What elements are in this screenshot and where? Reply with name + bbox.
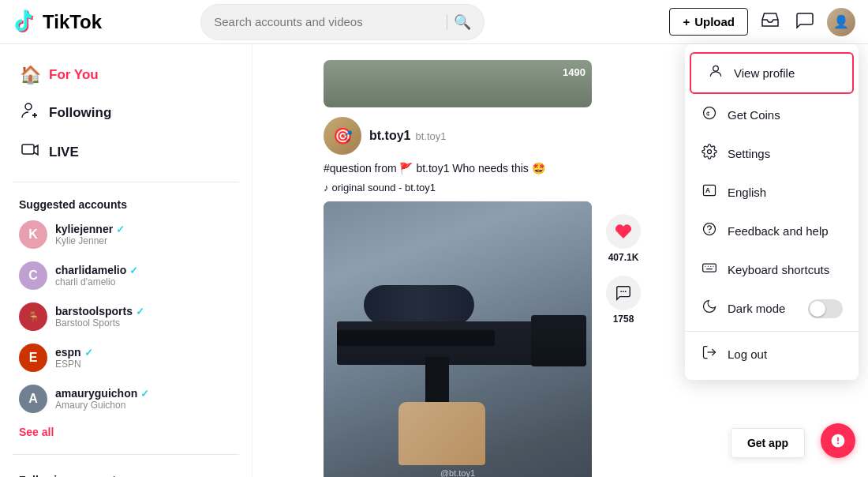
account-info-amauryguichon: amauryguichon ✓ Amaury Guichon — [55, 387, 149, 411]
moon-icon — [701, 299, 718, 318]
video-handle-watermark: @bt.toy1 — [440, 468, 475, 477]
video-player[interactable]: TikTok @bt.toy1 — [324, 201, 592, 477]
account-handle-amauryguichon: Amaury Guichon — [55, 400, 149, 411]
sidebar-label-for-you: For You — [49, 67, 99, 83]
author-info: bt.toy1 bt.toy1 — [369, 129, 446, 143]
dropdown-label-feedback: Feedback and help — [728, 224, 829, 238]
sidebar-item-following[interactable]: Following — [6, 93, 245, 133]
following-icon — [19, 101, 41, 125]
verified-badge: ✓ — [136, 306, 144, 317]
sidebar-label-live: LIVE — [49, 145, 79, 160]
svg-point-5 — [713, 66, 719, 71]
report-button[interactable] — [821, 423, 855, 458]
logo[interactable]: TikTok — [13, 9, 102, 35]
avatar-kyliejenner: K — [19, 220, 47, 249]
person-icon — [707, 63, 724, 83]
sound-label: original sound - bt.toy1 — [332, 182, 436, 193]
svg-point-8 — [708, 150, 712, 154]
dropdown-label-settings: Settings — [728, 147, 770, 160]
account-charlidamelio[interactable]: C charlidamelio ✓ charli d'amelio — [6, 255, 245, 296]
dropdown-label-keyboard: Keyboard shortcuts — [728, 263, 829, 276]
messages-icon — [795, 10, 814, 29]
top-video-count: 1490 — [563, 66, 586, 78]
account-handle-kyliejenner: Kylie Jenner — [55, 235, 125, 246]
messages-button[interactable] — [792, 7, 817, 36]
dropdown-label-dark-mode: Dark mode — [728, 302, 785, 315]
settings-icon — [701, 144, 718, 163]
account-espn[interactable]: E espn ✓ ESPN — [6, 337, 245, 378]
avatar-espn: E — [19, 344, 47, 372]
comment-icon — [615, 284, 632, 302]
account-info-charlidamelio: charlidamelio ✓ charli d'amelio — [55, 264, 138, 287]
video-actions: 407.1K 1758 — [604, 201, 642, 477]
dropdown-label-logout: Log out — [728, 347, 767, 361]
sidebar-item-live[interactable]: LIVE — [6, 133, 245, 172]
author-name: bt.toy1 — [369, 129, 410, 143]
verified-badge: ✓ — [140, 388, 149, 400]
home-icon: 🏠 — [19, 65, 41, 85]
dropdown-item-feedback[interactable]: Feedback and help — [685, 212, 859, 250]
dropdown-item-english[interactable]: A English — [685, 173, 859, 212]
sidebar-item-for-you[interactable]: 🏠 For You — [6, 57, 245, 93]
account-barstoolsports[interactable]: 🪑 barstoolsports ✓ Barstool Sports — [6, 296, 245, 337]
account-name-espn: espn ✓ — [55, 346, 93, 359]
verified-badge: ✓ — [84, 347, 93, 359]
search-button[interactable]: 🔍 — [454, 13, 471, 31]
dropdown-item-keyboard[interactable]: Keyboard shortcuts — [685, 250, 859, 289]
keyboard-icon — [701, 260, 718, 280]
get-app-container: Get app — [731, 428, 805, 458]
account-info-barstoolsports: barstoolsports ✓ Barstool Sports — [55, 305, 144, 329]
author-handle: bt.toy1 — [415, 130, 446, 142]
svg-text:A: A — [705, 186, 710, 194]
dropdown-menu: View profile ¢ Get Coins Settings A Engl… — [685, 44, 859, 380]
account-info-espn: espn ✓ ESPN — [55, 346, 93, 370]
dropdown-item-get-coins[interactable]: ¢ Get Coins — [685, 96, 859, 134]
heart-icon — [615, 223, 632, 240]
dark-mode-toggle[interactable] — [808, 299, 843, 318]
account-handle-barstoolsports: Barstool Sports — [55, 317, 144, 329]
svg-rect-13 — [703, 264, 716, 272]
svg-point-4 — [625, 291, 627, 292]
inbox-button[interactable] — [758, 7, 783, 36]
gun-stock — [531, 315, 586, 366]
following-section: Following accounts Accounts you follow w… — [6, 464, 245, 477]
svg-point-0 — [25, 103, 32, 110]
dropdown-item-settings[interactable]: Settings — [685, 134, 859, 173]
dropdown-divider — [685, 331, 859, 332]
sidebar-divider-2 — [13, 454, 239, 455]
account-kyliejenner[interactable]: K kyliejenner ✓ Kylie Jenner — [6, 214, 245, 255]
heart-icon-container — [606, 214, 641, 249]
coin-icon: ¢ — [701, 105, 718, 125]
search-bar: 🔍 — [200, 4, 485, 40]
dropdown-label-english: English — [728, 186, 766, 199]
upload-button[interactable]: + Upload — [669, 8, 748, 36]
logout-icon — [701, 344, 718, 364]
logo-text: TikTok — [43, 11, 102, 33]
account-name-barstoolsports: barstoolsports ✓ — [55, 305, 144, 317]
svg-rect-1 — [22, 145, 34, 154]
dropdown-item-logout[interactable]: Log out — [685, 335, 859, 374]
avatar[interactable]: 👤 — [827, 8, 855, 36]
sidebar-label-following: Following — [49, 105, 111, 121]
comment-count: 1758 — [613, 314, 634, 325]
account-name-amauryguichon: amauryguichon ✓ — [55, 387, 149, 400]
account-amauryguichon[interactable]: A amauryguichon ✓ Amaury Guichon — [6, 378, 245, 419]
sidebar: 🏠 For You Following LIVE Suggested accou… — [0, 44, 253, 477]
dropdown-item-dark-mode[interactable]: Dark mode — [685, 289, 859, 328]
account-handle-charlidamelio: charli d'amelio — [55, 276, 138, 287]
dropdown-label-get-coins: Get Coins — [728, 108, 780, 122]
search-input[interactable] — [214, 15, 440, 28]
live-icon — [19, 141, 41, 164]
see-all-button[interactable]: See all — [6, 419, 245, 445]
dropdown-item-view-profile[interactable]: View profile — [690, 52, 854, 94]
comment-button[interactable]: 1758 — [606, 276, 641, 325]
tiktok-logo-icon — [13, 9, 38, 35]
avatar-amauryguichon: A — [19, 385, 47, 413]
account-info-kyliejenner: kyliejenner ✓ Kylie Jenner — [55, 223, 125, 246]
get-app-button[interactable]: Get app — [731, 428, 805, 458]
like-button[interactable]: 407.1K — [606, 214, 641, 263]
verified-badge: ✓ — [129, 265, 138, 276]
top-video-preview: 1490 — [324, 60, 592, 107]
gun-hand — [398, 402, 485, 465]
avatar-barstoolsports: 🪑 — [19, 302, 47, 331]
